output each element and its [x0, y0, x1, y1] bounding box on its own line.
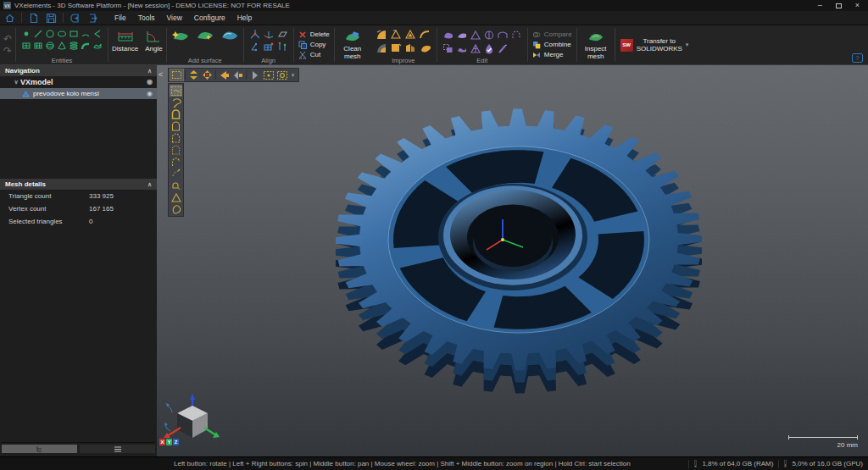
- edit-wave-button[interactable]: [455, 41, 469, 55]
- add-surface-freeform-button[interactable]: [220, 28, 239, 42]
- transfer-solidworks-button[interactable]: SW Transfer to SOLIDWORKS ▾: [615, 25, 694, 64]
- tree-view-toggle[interactable]: [2, 445, 77, 453]
- entity-polyline-button[interactable]: [92, 28, 103, 40]
- decimate-icon: [390, 42, 402, 54]
- entity-circle-button[interactable]: [44, 28, 56, 40]
- improve-defeature-button[interactable]: [389, 28, 403, 41]
- entity-line-button[interactable]: [32, 28, 44, 40]
- cut-button[interactable]: Cut: [298, 51, 330, 59]
- gear-mesh-render[interactable]: [157, 65, 868, 456]
- align-plane-icon: [276, 29, 288, 40]
- undo-button[interactable]: ↶: [3, 34, 12, 44]
- menu-item-tools[interactable]: Tools: [138, 14, 155, 22]
- transfer-dropdown-icon[interactable]: ▾: [686, 41, 689, 48]
- copy-button[interactable]: Copy: [298, 41, 330, 49]
- edit-triangles-icon: [470, 30, 481, 41]
- home-button[interactable]: [3, 12, 16, 24]
- best-fit-icon: [249, 29, 261, 40]
- visibility-eye-icon[interactable]: ◉: [147, 79, 153, 86]
- improve-boundary-button[interactable]: [418, 28, 432, 41]
- main-menu: File Tools View Configure Help: [114, 14, 252, 22]
- entity-arc-button[interactable]: [80, 28, 92, 40]
- menu-item-configure[interactable]: Configure: [194, 14, 225, 22]
- ram-usage-label: 1,8% of 64,0 GB (RAM): [702, 460, 773, 467]
- export-button[interactable]: [86, 12, 99, 24]
- add-surface-resample-button[interactable]: [196, 28, 214, 42]
- smooth-boundary-icon: [419, 29, 431, 41]
- entity-plane-button[interactable]: [20, 40, 32, 52]
- align-grid-icon: [263, 41, 275, 53]
- entity-point-button[interactable]: [20, 28, 32, 40]
- inspect-mesh-button[interactable]: Inspect mesh: [577, 25, 615, 64]
- align-plane-button[interactable]: [275, 28, 289, 41]
- entity-cone-button[interactable]: [56, 40, 68, 52]
- edit-remesh-button[interactable]: [469, 41, 482, 55]
- add-surface-auto-button[interactable]: [171, 28, 190, 42]
- entity-grid-button[interactable]: [32, 40, 44, 52]
- improve-refine-button[interactable]: [403, 41, 418, 55]
- restore-button[interactable]: [836, 3, 842, 8]
- entity-rectangle-button[interactable]: [68, 28, 80, 40]
- line-icon: [33, 29, 43, 39]
- list-view-toggle[interactable]: [80, 445, 155, 453]
- improve-spikes-button[interactable]: [403, 28, 418, 41]
- 3d-viewport[interactable]: < ▾: [157, 65, 868, 456]
- delete-icon: [298, 30, 307, 39]
- improve-optimize-button[interactable]: [418, 41, 432, 55]
- compare-button[interactable]: Compare: [532, 30, 572, 39]
- align-pairs-button[interactable]: [275, 41, 289, 53]
- entity-sphere-button[interactable]: [44, 40, 56, 52]
- align-points-button[interactable]: [248, 41, 262, 53]
- improve-fill-holes-button[interactable]: [375, 28, 389, 41]
- scale-bar-label: 20 mm: [788, 441, 858, 449]
- distance-button[interactable]: Distance: [108, 25, 142, 64]
- tree-item-vxmodel[interactable]: ∨ VXmodel ◉: [0, 76, 157, 88]
- edit-copy-region-button[interactable]: [442, 41, 455, 55]
- align-best-fit-button[interactable]: [248, 28, 262, 41]
- help-bubble-button[interactable]: ?: [852, 53, 863, 63]
- edit-sculpt-button[interactable]: [496, 41, 509, 55]
- tree-item-mesh[interactable]: prevodove kolo mensi ◉: [0, 88, 157, 99]
- angle-button[interactable]: Angle: [142, 25, 165, 64]
- entity-pipe-button[interactable]: [80, 40, 92, 52]
- combine-button[interactable]: Combine: [532, 41, 572, 49]
- mesh-details-collapse-icon[interactable]: ∧: [147, 181, 152, 188]
- entity-surface-button[interactable]: [92, 40, 103, 52]
- align-axes-button[interactable]: [262, 28, 275, 41]
- new-session-button[interactable]: [27, 12, 40, 24]
- edit-blob-button[interactable]: [442, 28, 455, 41]
- ribbon-toolbar: ↶ ↷ Entities: [0, 25, 868, 65]
- waterproof-check-icon: [483, 43, 495, 54]
- edit-split-button[interactable]: [482, 28, 496, 41]
- improve-smooth-button[interactable]: [375, 41, 389, 55]
- edit-triangle-button[interactable]: [469, 28, 482, 41]
- import-button[interactable]: [69, 12, 81, 24]
- merge-button[interactable]: Merge: [532, 51, 572, 59]
- navigation-collapse-icon[interactable]: ∧: [147, 68, 152, 75]
- fill-holes-icon: [376, 29, 387, 41]
- improve-group-label: Improve: [392, 57, 415, 64]
- optimize-icon: [419, 42, 431, 54]
- edit-surface-button[interactable]: [455, 28, 469, 41]
- clean-mesh-button[interactable]: Clean mesh: [335, 25, 370, 64]
- expand-icon[interactable]: ∨: [12, 79, 20, 86]
- visibility-eye-icon[interactable]: ◉: [147, 91, 153, 97]
- edit-bridge-button[interactable]: [496, 28, 509, 41]
- edit-dome-button[interactable]: [509, 28, 523, 41]
- copy-icon: [298, 41, 307, 49]
- menu-item-file[interactable]: File: [114, 14, 126, 22]
- menu-item-view[interactable]: View: [167, 14, 182, 22]
- align-grid-button[interactable]: [262, 41, 275, 53]
- axis-z-label: Z: [173, 439, 179, 445]
- redo-button[interactable]: ↷: [3, 46, 12, 56]
- menu-item-help[interactable]: Help: [237, 14, 252, 22]
- save-session-button[interactable]: [45, 12, 58, 24]
- entity-ellipse-button[interactable]: [56, 28, 68, 40]
- minimize-button[interactable]: –: [818, 2, 822, 9]
- improve-decimate-button[interactable]: [389, 41, 403, 55]
- delete-button[interactable]: Delete: [298, 30, 330, 39]
- entity-cross-sections-button[interactable]: [68, 40, 80, 52]
- close-button[interactable]: ×: [855, 2, 860, 9]
- edit-waterproof-button[interactable]: [482, 41, 496, 55]
- scale-bar-line: [788, 435, 858, 440]
